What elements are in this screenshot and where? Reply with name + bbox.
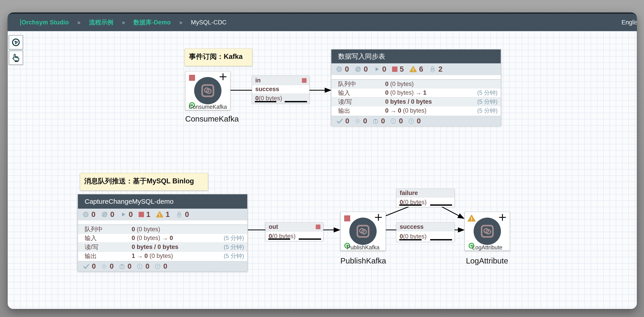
- row-label: 输入: [338, 89, 350, 97]
- not-transmitting-icon: [101, 211, 108, 218]
- processor-type-badge: [474, 218, 501, 245]
- processor-type-badge: [349, 218, 377, 245]
- connection-relationship: success: [255, 86, 279, 93]
- flow-canvas[interactable]: 事件订阅：Kafka 消息队列推送：基于MySQL Binlog + Consu…: [8, 31, 637, 309]
- transmitting-count: 0: [91, 210, 96, 219]
- plus-icon: +: [498, 211, 507, 223]
- connection-relationship: success: [400, 224, 424, 230]
- transmitting-icon: [336, 66, 342, 72]
- time-window: (5 分钟): [224, 252, 244, 260]
- process-group-footer-stats: 0 0 0 0 0: [78, 261, 247, 271]
- processor-publishkafka[interactable]: + PublishKafka: [340, 212, 386, 251]
- running-icon: [374, 66, 380, 72]
- plus-icon: +: [374, 211, 383, 223]
- check-icon: [336, 118, 343, 124]
- invalid-warning-icon: [156, 211, 163, 218]
- stopped-state-icon: [344, 215, 350, 222]
- processor-type-badge: [194, 77, 222, 104]
- upload-icon: [372, 118, 379, 124]
- connection-in-success[interactable]: in success 0 (0 bytes): [252, 76, 310, 103]
- disabled-count: 0: [185, 210, 189, 219]
- process-group-footer-stats: 0 0 0 0 0: [332, 116, 501, 126]
- hand-pointer-icon: [11, 53, 20, 62]
- invalid-warning-icon: [410, 66, 417, 73]
- stat-row-input: 输入 0 (0 bytes) → 0 (5 分钟): [78, 234, 247, 242]
- invalid-count: 6: [419, 65, 423, 74]
- invalid-warning-icon: [468, 214, 476, 222]
- connection-port: in: [255, 77, 261, 84]
- processor-consumekafka[interactable]: + ConsumeKafka: [185, 71, 230, 110]
- breadcrumb-separator: »: [77, 19, 80, 26]
- label-text: 消息队列推送：基于MySQL Binlog: [84, 177, 194, 185]
- language-selector[interactable]: English: [622, 14, 637, 31]
- burst-icon: [354, 118, 361, 124]
- connection-relationship: failure: [400, 190, 418, 196]
- row-label: 队列中: [85, 225, 103, 233]
- processor-caption: ConsumeKafka: [185, 114, 230, 123]
- stopped-count: 1: [146, 210, 150, 219]
- disabled-lock-icon: [176, 211, 183, 218]
- connection-out[interactable]: out 0 (0 bytes): [265, 222, 323, 241]
- connection-port: out: [269, 224, 278, 230]
- question-circle-icon: [154, 263, 161, 270]
- stopped-state-icon: [316, 224, 320, 229]
- upload-icon: [119, 263, 126, 270]
- row-label: 队列中: [338, 80, 356, 88]
- queue-indicator-bar: [255, 101, 276, 102]
- navigate-tool-button[interactable]: [9, 35, 23, 50]
- connection-failure[interactable]: failure 0 (0 bytes): [396, 189, 454, 207]
- stat-row-queued: 队列中 0 (0 bytes): [332, 79, 501, 88]
- queue-indicator-bar: [430, 239, 452, 240]
- time-window: (5 分钟): [224, 243, 244, 251]
- row-label: 输出: [338, 107, 350, 115]
- completed-count: 0: [345, 117, 349, 125]
- process-group-header[interactable]: CaptureChangeMySQL-demo: [78, 194, 247, 209]
- process-group-sync-table[interactable]: 数据写入同步表 0 0 0 5 6 2 队列中 0 (0 bytes) 输入 0…: [331, 49, 501, 126]
- queue-indicator-bar: [268, 238, 290, 240]
- process-group-capturechange[interactable]: CaptureChangeMySQL-demo 0 0 0 1 1 0 队列中 …: [78, 194, 248, 271]
- breadcrumb-product[interactable]: Orchsym Studio: [22, 19, 69, 26]
- breadcrumb-item-2[interactable]: 数据库-Demo: [134, 18, 171, 26]
- not-transmitting-count: 0: [364, 65, 368, 74]
- plus-icon: +: [218, 70, 228, 82]
- connection-success[interactable]: success 0 (0 bytes): [396, 222, 454, 241]
- row-label: 读/写: [338, 98, 352, 106]
- processor-name: ConsumeKafka: [186, 104, 230, 110]
- row-label: 输入: [85, 234, 97, 242]
- app-window: Orchsym Studio » 流程示例 » 数据库-Demo » MySQL…: [8, 12, 637, 309]
- hand-pointer-tool-button[interactable]: [9, 50, 23, 65]
- stopped-icon: [392, 66, 398, 72]
- canvas-label-binlog[interactable]: 消息队列推送：基于MySQL Binlog: [80, 173, 208, 190]
- invalid-count: 1: [166, 210, 170, 219]
- queue-indicator-bar: [299, 238, 321, 240]
- disabled-lock-icon: [429, 66, 436, 73]
- question-circle-icon: [408, 118, 414, 124]
- row-label: 输出: [85, 252, 97, 260]
- running-icon: [120, 211, 126, 218]
- queue-indicator-bar: [399, 239, 422, 240]
- stat-row-output: 输出 0 → 0 (0 bytes) (5 分钟): [332, 106, 501, 115]
- uploaded-count: 0: [128, 262, 132, 270]
- processor-name: PublishKafka: [340, 244, 386, 251]
- breadcrumb-item-1[interactable]: 流程示例: [89, 18, 113, 26]
- disabled-count: 2: [438, 65, 442, 74]
- time-window: (5 分钟): [477, 107, 498, 114]
- running-count: 0: [382, 65, 386, 74]
- time-window: (5 分钟): [477, 89, 498, 97]
- breadcrumb-separator: »: [179, 19, 182, 26]
- processor-logattribute[interactable]: + LogAttribute: [465, 212, 510, 251]
- canvas-label-kafka[interactable]: 事件订阅：Kafka: [185, 48, 252, 66]
- alert-circle-icon: [136, 263, 143, 270]
- breadcrumb: Orchsym Studio » 流程示例 » 数据库-Demo » MySQL…: [8, 14, 637, 31]
- stat-row-input: 输入 0 (0 bytes) → 1 (5 分钟): [332, 88, 501, 97]
- process-group-title: CaptureChangeMySQL-demo: [85, 198, 174, 205]
- not-transmitting-icon: [355, 66, 362, 72]
- stat-row-readwrite: 读/写 0 bytes / 0 bytes (5 分钟): [78, 242, 247, 252]
- alert-circle-icon: [390, 118, 396, 124]
- link-icon: [355, 223, 371, 239]
- process-group-header[interactable]: 数据写入同步表: [332, 50, 501, 63]
- queue-size: (0 bytes): [403, 233, 426, 240]
- stopped-state-icon: [302, 78, 306, 83]
- link-icon: [200, 82, 216, 99]
- transmitting-icon: [82, 211, 89, 218]
